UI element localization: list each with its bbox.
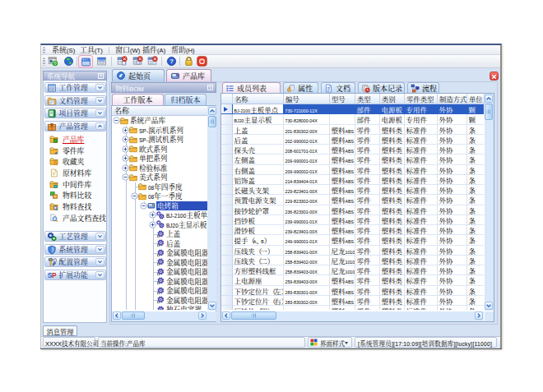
toolbar-grip[interactable] [43, 58, 45, 66]
sidebar-group-product[interactable]: 产品管理 [44, 121, 106, 131]
sidebar-group-system[interactable]: 系统管理 [44, 244, 106, 255]
menu-help[interactable]: 帮助(H) [171, 45, 195, 55]
table-row[interactable]: 右侧盖209-990002-01X塑料ABS零件塑料类标准件外协条 [221, 165, 484, 175]
table-row[interactable]: 探头壳208-601701-01X塑料ABS零件塑料类标准件外协条 [221, 145, 484, 154]
chevron-down-icon[interactable] [95, 246, 104, 253]
tree-node[interactable]: BJ20主显示板 [112, 220, 207, 230]
sidebar-group-config[interactable]: 配置管理 [44, 256, 106, 267]
table-row[interactable]: BJ-2100主板单点730-721000-12X部件电源板专用件外协颗 [221, 104, 484, 114]
status-style-button[interactable]: 界面样式 [320, 339, 345, 348]
table-row[interactable]: 铝饰盖214-839404-01X塑料ABS零件塑料类标准件外协条 [221, 175, 484, 185]
menu-system[interactable]: 系统(S) [52, 45, 75, 55]
tree-node[interactable]: 上盖 [112, 229, 207, 239]
table-row[interactable]: BJ20主显示板730-828000-04X部件电源板专用件外协颗 [221, 114, 484, 124]
chevron-down-icon[interactable] [95, 109, 104, 117]
toolbar-form-window-button[interactable] [78, 55, 93, 68]
scroll-left-button[interactable] [113, 311, 121, 320]
chevron-up-icon[interactable] [95, 122, 104, 130]
chevron-down-icon[interactable] [95, 97, 104, 104]
message-panel-tab[interactable]: 消息管理 [43, 325, 77, 336]
menu-plugins[interactable]: 插件(A) [142, 45, 165, 55]
sidebar-group-work[interactable]: 工作管理 [44, 82, 106, 93]
table-row[interactable]: 提手（A、B）249-990001-01X塑料ABS零件塑料类标准件外协条 [221, 235, 484, 245]
toolbar-globe-button[interactable] [63, 56, 74, 67]
scroll-down-button[interactable] [485, 302, 493, 310]
scroll-up-button[interactable] [208, 107, 216, 115]
toolbar-help-button[interactable]: ? [165, 56, 177, 67]
table-row[interactable]: 方形塑料线框258-839403-00X尼龙1010零件塑料类标准件外协条 [221, 265, 484, 275]
sidebar-item-middleware-library[interactable]: 中间件库 [44, 180, 105, 190]
tree-column-header[interactable]: 名称 [112, 106, 207, 116]
sidebar-item-product-doc-search[interactable]: 产品文档查找 [44, 214, 105, 224]
scroll-up-button[interactable] [485, 95, 493, 103]
tree-node[interactable]: 独石电容器 [112, 305, 207, 310]
content-tab-properties[interactable]: 属性 [283, 82, 318, 94]
sidebar-item-raw-material-library[interactable]: 原材料库 [44, 168, 105, 178]
content-tab-version-history[interactable]: 版本记录 [358, 82, 405, 94]
tree-node[interactable]: SP-测试机系列 [112, 135, 207, 145]
tree-node[interactable]: 美式系列 [112, 173, 207, 182]
doc-tab-product-lib[interactable]: 产品库 [166, 69, 211, 81]
table-row[interactable]: 左侧盖209-990001-01X塑料ABS零件塑料类标准件外协条 [221, 154, 484, 164]
table-row[interactable]: 滑钞板239-823401-00X塑料ABS零件塑料类标准件外协条 [221, 225, 484, 235]
bom-pin-icon[interactable] [207, 84, 214, 91]
tree-node[interactable]: 金属膜电阻器 [112, 267, 207, 277]
chevron-down-icon[interactable] [95, 271, 104, 279]
scroll-thumb[interactable] [208, 116, 216, 127]
scroll-down-button[interactable] [208, 302, 216, 310]
content-tab-documents[interactable]: 文档 [321, 82, 355, 94]
table-row[interactable]: 挡钞板239-990001-01X塑料ABS零件塑料类标准件外协条 [221, 215, 484, 225]
table-row[interactable]: 压钞片（四）283-830303-00X塑料ABS零件塑料类标准件外协条 [221, 306, 484, 310]
sidebar-item-product-library[interactable]: 产品库 [44, 135, 105, 145]
sidebar-pin-icon[interactable] [97, 72, 104, 80]
toolbar-close-window3-button[interactable] [146, 56, 158, 67]
scroll-thumb[interactable] [231, 311, 276, 320]
toolbar-power-button[interactable] [196, 56, 207, 67]
grid-header-unit[interactable]: 单位 [467, 94, 485, 104]
grid-header-part-type[interactable]: 零件类型 [405, 94, 438, 104]
content-tab-workflow[interactable]: 流程 [407, 82, 439, 94]
grid-header-make-mode[interactable]: 制造方式 [438, 94, 467, 104]
sidebar-item-favorites[interactable]: 收藏夹 [44, 157, 105, 167]
menu-tools[interactable]: 工具(T) [80, 45, 103, 55]
toolbar-table-window-button[interactable] [95, 56, 107, 67]
chevron-down-icon[interactable] [95, 258, 104, 265]
grid-header-code[interactable]: 编号 [284, 94, 330, 104]
close-tab-button[interactable] [490, 71, 499, 81]
sidebar-group-document[interactable]: 文档管理 [44, 95, 106, 106]
version-tab-archived-version[interactable]: 归档版本 [165, 94, 207, 105]
sidebar-group-project[interactable]: 项目管理 [44, 108, 106, 118]
grid-header-name[interactable]: 名称 [233, 94, 284, 104]
tree-node[interactable]: BJ-2100主板单点 [112, 210, 207, 220]
content-tab-member-list[interactable]: 成员列表 [222, 82, 281, 94]
scroll-thumb[interactable] [122, 311, 145, 320]
toolbar-close-window1-button[interactable] [116, 56, 128, 67]
sidebar-item-material-search[interactable]: 物料查找 [44, 202, 105, 212]
table-row[interactable]: 上盖201-830302-00X塑料ABS零件塑料类标准件外协条 [221, 125, 484, 135]
menubar-grip[interactable] [43, 47, 45, 53]
toolbar-lock-button[interactable] [183, 56, 194, 67]
version-tab-working-version[interactable]: 工作版本 [112, 94, 164, 105]
tree-node[interactable]: 系统产品库 [112, 116, 207, 126]
sidebar-group-extension[interactable]: SP扩展功能 [44, 270, 106, 280]
grid-header-type[interactable]: 类型 [355, 94, 380, 104]
tree-node[interactable]: 单把系列 [112, 154, 207, 164]
table-row[interactable]: 压线夹（一）258-839401-00X尼龙1010零件塑料类标准件外协条 [221, 246, 484, 256]
grid-header-model[interactable]: 型号 [330, 94, 355, 104]
toolbar-close-window2-button[interactable] [132, 56, 143, 67]
grid-vertical-scrollbar[interactable] [485, 94, 494, 311]
sidebar-item-part-library[interactable]: 零件库 [44, 146, 105, 156]
grid-header-category[interactable]: 类别 [380, 94, 405, 104]
table-row[interactable]: 接钞轮护罩236-823301-00X塑料ABS零件塑料类标准件外协条 [221, 205, 484, 215]
scroll-left-button[interactable] [222, 311, 230, 320]
table-row[interactable]: 上电源座259-839403-00X塑料ABS零件塑料类标准件外协条 [221, 275, 484, 285]
chevron-down-icon[interactable] [95, 233, 104, 240]
scroll-thumb[interactable] [485, 104, 493, 120]
tree-node[interactable]: 金属膜电阻器 [112, 286, 207, 296]
menu-window[interactable]: 窗口(W) [115, 45, 140, 55]
table-row[interactable]: 下钞定位片（左）283-830301-00X塑料ABS零件塑料类标准件外协条 [221, 286, 484, 296]
sidebar-group-craft[interactable]: 工艺管理 [44, 231, 106, 242]
doc-tab-start-page[interactable]: 起始页 [112, 69, 165, 81]
tree-node[interactable]: 金属膜电阻器 [112, 248, 207, 258]
tree-node[interactable]: 08年一季度 [112, 191, 207, 201]
